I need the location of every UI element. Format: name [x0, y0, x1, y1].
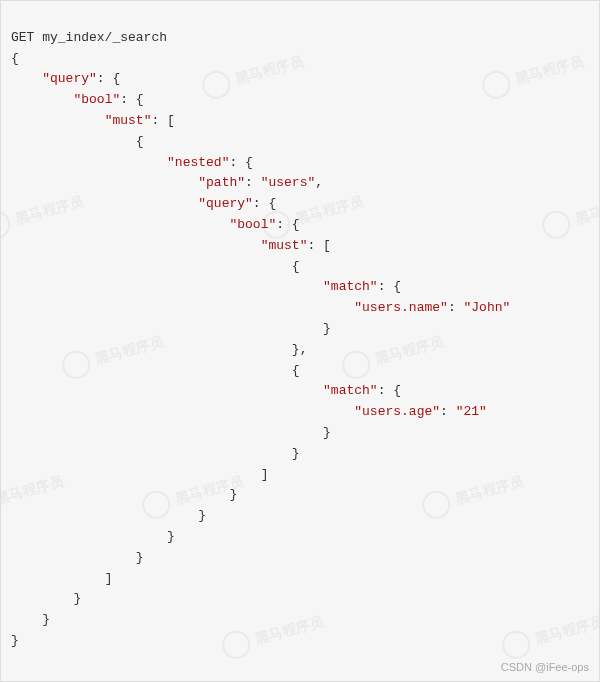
json-key: "match" — [323, 279, 378, 294]
footer-attribution: CSDN @iFee-ops — [501, 659, 589, 677]
json-key: "nested" — [167, 155, 229, 170]
json-key: "query" — [198, 196, 253, 211]
json-key: "users.name" — [354, 300, 448, 315]
json-string: "John" — [464, 300, 511, 315]
json-key: "must" — [261, 238, 308, 253]
json-key: "bool" — [229, 217, 276, 232]
code-line: { — [11, 51, 19, 66]
json-string: "21" — [456, 404, 487, 419]
json-key: "must" — [105, 113, 152, 128]
code-line: GET my_index/_search — [11, 30, 167, 45]
json-key: "bool" — [73, 92, 120, 107]
json-key: "users.age" — [354, 404, 440, 419]
json-string: "users" — [261, 175, 316, 190]
code-block: GET my_index/_search { "query": { "bool"… — [11, 7, 589, 652]
json-key: "match" — [323, 383, 378, 398]
json-key: "query" — [42, 71, 97, 86]
json-key: "path" — [198, 175, 245, 190]
